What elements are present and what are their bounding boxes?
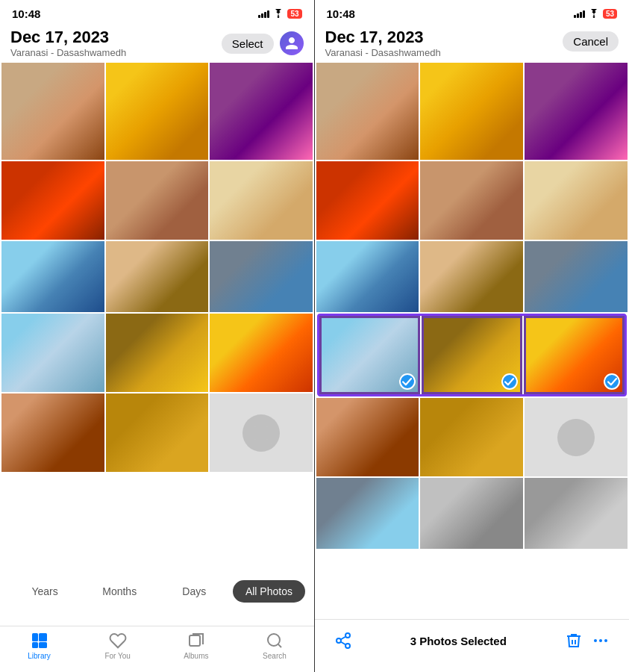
photo-cell[interactable] <box>106 241 209 312</box>
photo-cell[interactable] <box>525 478 628 549</box>
photo-cell[interactable] <box>316 241 419 312</box>
svg-rect-3 <box>32 642 38 648</box>
selection-toolbar: 3 Photos Selected <box>315 619 630 672</box>
left-panel: 10:48 53 Dec 17, 2023 Varanasi - Dasashw… <box>0 0 315 672</box>
timeline-bar: Years Months Days All Photos <box>0 574 314 609</box>
svg-point-12 <box>594 639 597 642</box>
photo-row-r2 <box>316 161 628 240</box>
svg-rect-7 <box>190 635 200 646</box>
select-button[interactable]: Select <box>222 34 274 54</box>
photo-cell[interactable] <box>316 63 419 160</box>
signal-icon-right <box>574 9 585 18</box>
photo-cell[interactable] <box>210 241 313 312</box>
photo-row-r6 <box>316 478 628 549</box>
photo-header-right: Dec 17, 2023 Varanasi - Dasashwamedh Can… <box>315 24 630 61</box>
tab-search-label: Search <box>263 652 287 660</box>
timeline-days[interactable]: Days <box>158 580 230 603</box>
person-icon <box>284 36 299 51</box>
photo-cell[interactable] <box>210 393 313 472</box>
header-info-right: Dec 17, 2023 Varanasi - Dasashwamedh <box>325 28 441 58</box>
tab-bar-left: Library For You Albums <box>0 626 314 672</box>
svg-rect-5 <box>32 633 38 641</box>
selection-count-label: 3 Photos Selected <box>357 635 561 647</box>
photo-cell[interactable] <box>106 393 209 472</box>
svg-point-8 <box>268 634 280 646</box>
photo-row-4 <box>1 314 313 392</box>
photo-cell[interactable] <box>1 63 104 160</box>
svg-rect-6 <box>39 642 47 648</box>
tab-library[interactable]: Library <box>17 631 62 660</box>
tab-albums-label: Albums <box>184 652 208 660</box>
photo-row-2 <box>1 161 313 240</box>
tab-for-you[interactable]: For You <box>96 631 140 660</box>
photo-cell[interactable] <box>106 314 209 392</box>
svg-point-0 <box>278 16 280 18</box>
timeline-months[interactable]: Months <box>84 580 155 603</box>
tab-search[interactable]: Search <box>252 631 297 660</box>
photo-cell[interactable] <box>106 161 209 240</box>
search-icon <box>265 631 284 650</box>
photo-cell[interactable] <box>525 241 628 312</box>
status-icons-left: 53 <box>258 9 301 19</box>
photo-cell[interactable] <box>316 398 419 476</box>
photo-cell[interactable] <box>420 161 523 240</box>
svg-point-14 <box>604 639 607 642</box>
status-icons-right: 53 <box>574 9 617 19</box>
timeline-years[interactable]: Years <box>9 580 81 603</box>
cancel-button[interactable]: Cancel <box>563 31 619 52</box>
photo-cell[interactable] <box>210 63 313 160</box>
photo-cell[interactable] <box>525 161 628 240</box>
tab-for-you-label: For You <box>104 652 130 660</box>
photo-cell[interactable] <box>420 398 523 476</box>
tab-library-label: Library <box>28 652 51 660</box>
wifi-icon-left <box>272 9 284 18</box>
photo-cell[interactable] <box>420 241 523 312</box>
share-button[interactable] <box>330 627 357 654</box>
heart-icon <box>108 631 128 650</box>
tab-albums[interactable]: Albums <box>174 631 219 660</box>
library-icon <box>30 631 49 650</box>
photo-cell[interactable] <box>525 398 628 476</box>
photo-cell[interactable] <box>1 314 104 392</box>
battery-right: 53 <box>603 9 617 19</box>
status-time-left: 10:48 <box>12 7 40 20</box>
albums-icon <box>187 631 206 650</box>
photo-cell[interactable] <box>420 478 523 549</box>
photo-cell[interactable] <box>210 314 313 392</box>
photo-row-r4 <box>319 316 625 394</box>
more-button[interactable] <box>587 627 614 654</box>
photo-row-5 <box>1 393 313 472</box>
header-date-left: Dec 17, 2023 <box>10 28 126 46</box>
photo-cell[interactable] <box>316 161 419 240</box>
photo-row-r5 <box>316 398 628 476</box>
photo-cell[interactable] <box>420 63 523 160</box>
header-location-right: Varanasi - Dasashwamedh <box>325 47 441 58</box>
photo-grid-right <box>315 61 630 552</box>
photo-cell-selected[interactable] <box>524 316 625 394</box>
status-bar-right: 10:48 53 <box>315 0 630 24</box>
battery-left: 53 <box>287 9 301 19</box>
photo-cell[interactable] <box>1 161 104 240</box>
photo-header-left: Dec 17, 2023 Varanasi - Dasashwamedh Sel… <box>0 24 314 61</box>
photo-cell[interactable] <box>316 478 419 549</box>
photo-row-r3 <box>316 241 628 312</box>
header-date-right: Dec 17, 2023 <box>325 28 441 46</box>
photo-cell-selected[interactable] <box>319 316 420 394</box>
photo-cell[interactable] <box>106 63 209 160</box>
photo-row-1 <box>1 63 313 160</box>
photo-cell[interactable] <box>525 63 628 160</box>
check-circle-1 <box>399 373 416 390</box>
photo-cell-selected[interactable] <box>422 316 522 394</box>
right-panel: 10:48 53 Dec 17, 2023 Varanasi - Dasashw… <box>315 0 630 672</box>
wifi-icon-right <box>588 9 600 18</box>
svg-point-13 <box>599 639 602 642</box>
header-info-left: Dec 17, 2023 Varanasi - Dasashwamedh <box>10 28 126 58</box>
avatar-button[interactable] <box>280 31 304 55</box>
photo-cell[interactable] <box>210 161 313 240</box>
timeline-all-photos[interactable]: All Photos <box>233 580 304 603</box>
photo-cell[interactable] <box>1 393 104 472</box>
delete-button[interactable] <box>560 627 587 654</box>
photo-row-3 <box>1 241 313 312</box>
photo-cell[interactable] <box>1 241 104 312</box>
selected-group <box>317 314 628 396</box>
